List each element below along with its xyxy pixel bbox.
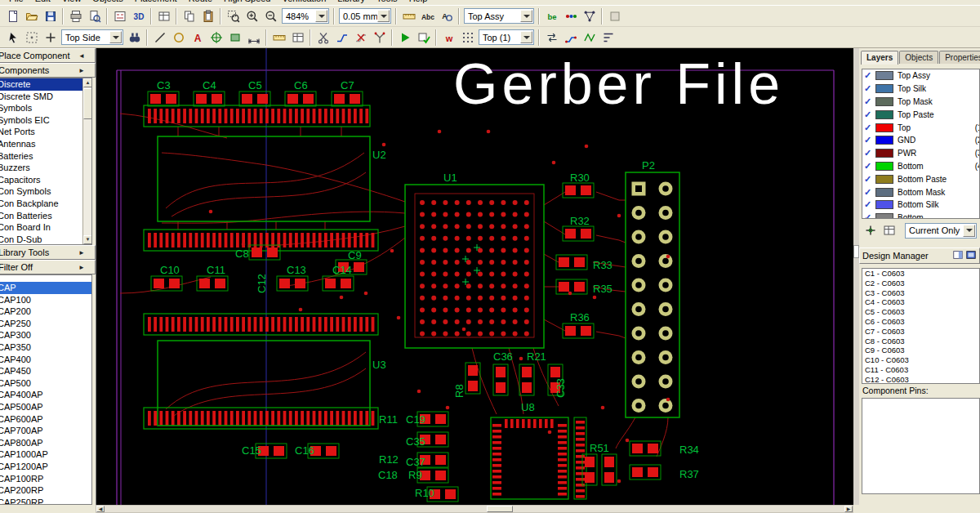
pattern-item-cap600ap[interactable]: CAP600AP — [0, 413, 91, 426]
pattern-item-cap350[interactable]: CAP350 — [0, 341, 91, 354]
component-item-c5-c0603[interactable]: C5 - C0603 — [862, 307, 979, 317]
components-expand-icon[interactable]: ► — [78, 67, 85, 74]
menu-library[interactable]: Library — [332, 0, 371, 4]
find-button[interactable]: A — [437, 7, 456, 25]
component-item-c9-c0603[interactable]: C9 - C0603 — [862, 346, 979, 355]
line-button[interactable] — [150, 29, 169, 46]
layer-color-swatch[interactable] — [875, 175, 893, 184]
binoculars-button[interactable] — [125, 29, 144, 46]
component-pins-list[interactable] — [862, 398, 980, 494]
fanout-button[interactable] — [370, 29, 389, 46]
pattern-item-cap1200ap[interactable]: CAP1200AP — [0, 461, 91, 473]
plus-button[interactable] — [41, 29, 60, 46]
print-button[interactable] — [66, 7, 85, 25]
menu-tools[interactable]: Tools — [371, 0, 403, 4]
layer-row-bottom-silk-10[interactable]: ✓Bottom Silk — [862, 199, 979, 212]
filter-expand-icon[interactable]: ► — [78, 264, 85, 271]
horizontal-scrollbar[interactable]: ◀ ▶ — [96, 505, 853, 513]
convert-button[interactable]: be — [542, 7, 561, 25]
check-table-button[interactable] — [414, 29, 433, 46]
menu-help[interactable]: Help — [403, 0, 434, 4]
abc-button[interactable]: Abc — [418, 7, 437, 25]
canvas-vscrollbar[interactable] — [853, 48, 859, 505]
dots-button[interactable] — [561, 7, 580, 25]
scroll-left-icon[interactable]: ◀ — [96, 506, 105, 512]
category-item-buzzers[interactable]: Buzzers — [0, 162, 91, 174]
layer-visible-check-icon[interactable]: ✓ — [864, 212, 875, 219]
text-a-button[interactable]: A — [188, 29, 207, 46]
pattern-item-cap300[interactable]: CAP300 — [0, 329, 91, 341]
layer-visible-check-icon[interactable]: ✓ — [864, 123, 875, 133]
pattern-item-cap250[interactable]: CAP250 — [0, 318, 91, 330]
category-item-capacitors[interactable]: Capacitors — [0, 174, 91, 186]
component-item-c7-c0603[interactable]: C7 - C0603 — [862, 327, 979, 337]
layer-visible-check-icon[interactable]: ✓ — [864, 148, 875, 158]
shape-button[interactable] — [225, 29, 244, 46]
print-preview-button[interactable] — [85, 7, 104, 25]
pattern-item-cap500[interactable]: CAP500 — [0, 377, 91, 390]
save-button[interactable] — [41, 7, 60, 25]
library-tools-header[interactable]: Library Tools ► — [0, 245, 96, 260]
layer-visible-check-icon[interactable]: ✓ — [864, 70, 875, 81]
pattern-item-cap400ap[interactable]: CAP400AP — [0, 389, 91, 401]
layer-visible-check-icon[interactable]: ✓ — [864, 174, 875, 185]
open-button[interactable] — [22, 7, 41, 25]
net-button[interactable] — [580, 7, 599, 25]
target-button[interactable] — [207, 29, 225, 46]
level-button[interactable] — [599, 29, 617, 46]
unroute-button[interactable] — [351, 29, 370, 46]
category-item-discrete-smd[interactable]: Discrete SMD — [0, 91, 91, 103]
category-item-con-backplane[interactable]: Con Backplane — [0, 198, 91, 210]
zoom-out-button[interactable] — [261, 7, 280, 25]
side-combo-arrow-icon[interactable] — [109, 31, 122, 43]
layer-combo-arrow-icon[interactable] — [520, 10, 532, 22]
circle-button[interactable] — [169, 29, 188, 46]
scroll-down-icon[interactable]: ▼ — [83, 235, 92, 244]
collapse-left-icon[interactable]: ◄ — [78, 52, 85, 60]
scroll-up-icon[interactable]: ▲ — [83, 78, 92, 87]
category-item-con-d-sub[interactable]: Con D-Sub — [0, 234, 91, 245]
layer-color-swatch[interactable] — [875, 149, 893, 158]
menu-route[interactable]: Route — [183, 0, 218, 4]
component-list[interactable]: C1 - C0603C2 - C0603C3 - C0603C4 - C0603… — [862, 268, 980, 384]
layer-row-top-4[interactable]: ✓Top(1) — [862, 121, 979, 134]
signal-combo-arrow-icon[interactable] — [520, 31, 532, 43]
components-header[interactable]: Components ► — [0, 63, 96, 78]
grid-combo-arrow-icon[interactable] — [377, 10, 390, 22]
menu-edit[interactable]: Edit — [29, 0, 56, 4]
canvas-vscroll-thumb[interactable] — [853, 245, 859, 258]
new-button[interactable] — [3, 7, 22, 25]
pattern-item-cap1000ap[interactable]: CAP1000AP — [0, 448, 91, 461]
layer-visible-check-icon[interactable]: ✓ — [864, 83, 875, 94]
layer-row-gnd-5[interactable]: ✓GND(2) — [862, 134, 979, 147]
category-item-discrete[interactable]: Discrete — [0, 78, 91, 91]
grid-dots-button[interactable] — [458, 29, 477, 46]
titleblock-button[interactable] — [288, 29, 307, 46]
route2-button[interactable] — [580, 29, 599, 46]
pattern-item-cap400[interactable]: CAP400 — [0, 354, 91, 366]
zoom-window-button[interactable] — [224, 7, 243, 25]
edit-route-button[interactable] — [332, 29, 351, 46]
signal-combo[interactable]: Top (1) — [479, 29, 534, 45]
layer-visible-check-icon[interactable]: ✓ — [864, 161, 875, 172]
layer-color-swatch[interactable] — [875, 188, 893, 197]
paste-button[interactable] — [198, 7, 217, 25]
layer-edit-icon[interactable] — [880, 222, 898, 239]
grid-combo[interactable]: 0.05 mm — [339, 8, 391, 24]
component-item-c4-c0603[interactable]: C4 - C0603 — [862, 297, 979, 307]
layer-color-swatch[interactable] — [875, 71, 893, 80]
layer-row-bottom-7[interactable]: ✓Bottom(4) — [862, 160, 979, 173]
scroll-thumb[interactable] — [83, 88, 92, 119]
category-item-symbols[interactable]: Symbols — [0, 102, 91, 114]
layer-color-swatch[interactable] — [875, 97, 893, 106]
pattern-item-cap[interactable]: CAP — [0, 282, 91, 294]
play-button[interactable] — [395, 29, 414, 46]
route1-button[interactable] — [561, 29, 580, 46]
generic-button[interactable] — [605, 7, 624, 25]
category-item-symbols-eic[interactable]: Symbols EIC — [0, 114, 91, 127]
layer-visible-check-icon[interactable]: ✓ — [864, 135, 875, 145]
layer-visible-check-icon[interactable]: ✓ — [864, 109, 875, 120]
layer-color-swatch[interactable] — [875, 162, 893, 171]
tab-properties[interactable]: Properties — [939, 51, 980, 64]
swap-button[interactable] — [542, 29, 561, 46]
